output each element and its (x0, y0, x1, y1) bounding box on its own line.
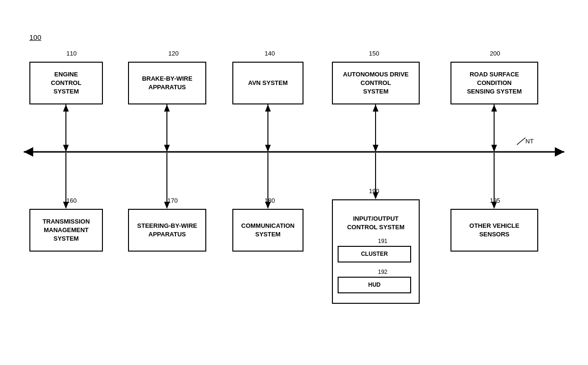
svg-marker-4 (63, 104, 69, 112)
svg-marker-5 (63, 145, 69, 152)
label-150: 150 (369, 50, 379, 57)
label-180: 180 (265, 197, 275, 204)
label-200: 200 (490, 50, 500, 57)
label-191: 191 (378, 237, 387, 245)
svg-marker-13 (373, 104, 378, 112)
box-200-text: ROAD SURFACECONDITIONSENSING SYSTEM (467, 70, 522, 96)
box-191: CLUSTER (338, 246, 411, 262)
box-170-text: STEERING-BY-WIREAPPARATUS (137, 222, 197, 239)
svg-marker-16 (491, 104, 497, 112)
box-195: OTHER VEHICLESENSORS (450, 209, 538, 252)
box-110: ENGINECONTROLSYSTEM (29, 62, 103, 104)
box-140: AVN SYSTEM (232, 62, 303, 104)
box-190: INPUT/OUTPUTCONTROL SYSTEM 191 CLUSTER 1… (332, 199, 420, 304)
box-110-text: ENGINECONTROLSYSTEM (51, 70, 81, 96)
svg-marker-2 (555, 147, 564, 157)
label-160: 160 (66, 197, 77, 204)
label-195: 195 (490, 197, 500, 204)
label-170: 170 (167, 197, 178, 204)
svg-marker-14 (373, 145, 378, 152)
box-180: COMMUNICATIONSYSTEM (232, 209, 303, 252)
box-170: STEERING-BY-WIREAPPARATUS (128, 209, 206, 252)
box-150-text: AUTONOMOUS DRIVECONTROLSYSTEM (343, 70, 408, 96)
box-160-text: TRANSMISSIONMANAGEMENTSYSTEM (43, 217, 90, 243)
box-195-text: OTHER VEHICLESENSORS (469, 222, 519, 239)
diagram-title: 100 (29, 33, 41, 41)
network-label: NT (525, 138, 533, 145)
svg-marker-1 (24, 147, 33, 157)
box-200: ROAD SURFACECONDITIONSENSING SYSTEM (450, 62, 538, 104)
svg-marker-17 (491, 145, 497, 152)
label-190: 190 (369, 187, 379, 195)
label-192: 192 (378, 268, 387, 276)
label-120: 120 (168, 50, 179, 57)
box-120: BRAKE-BY-WIREAPPARATUS (128, 62, 206, 104)
box-160: TRANSMISSIONMANAGEMENTSYSTEM (29, 209, 103, 252)
svg-marker-7 (164, 104, 170, 112)
svg-marker-11 (265, 145, 271, 152)
diagram: 100 ENGINECONTROLSYSTEM 110 BRAKE-BY-WIR… (0, 0, 588, 365)
box-150: AUTONOMOUS DRIVECONTROLSYSTEM (332, 62, 420, 104)
svg-marker-8 (164, 145, 170, 152)
box-192-text: HUD (368, 281, 381, 289)
box-191-text: CLUSTER (361, 250, 388, 258)
label-140: 140 (265, 50, 275, 57)
svg-line-28 (517, 138, 525, 145)
svg-marker-10 (265, 104, 271, 112)
label-110: 110 (66, 50, 77, 57)
box-120-text: BRAKE-BY-WIREAPPARATUS (142, 75, 192, 92)
box-192: HUD (338, 277, 411, 293)
box-180-text: COMMUNICATIONSYSTEM (241, 222, 294, 239)
box-140-text: AVN SYSTEM (248, 79, 288, 87)
box-190-text: INPUT/OUTPUTCONTROL SYSTEM (333, 215, 419, 232)
